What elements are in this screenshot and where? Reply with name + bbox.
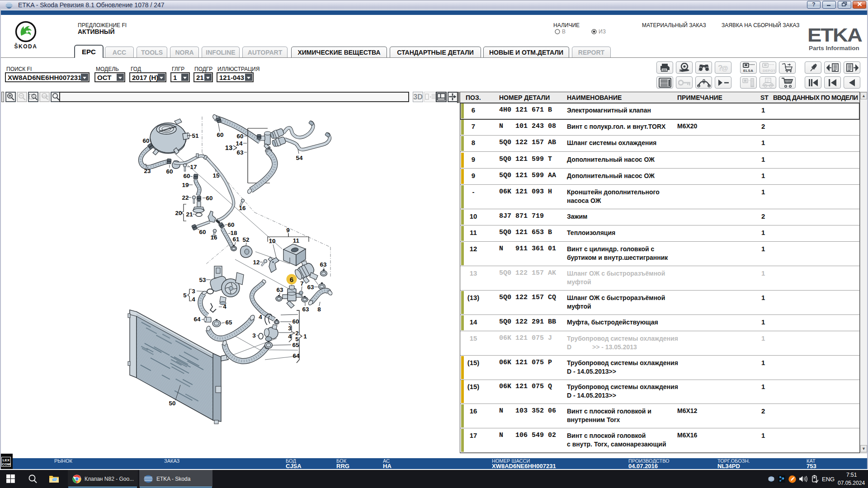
svg-text:21: 21: [186, 211, 193, 218]
svg-text:16: 16: [210, 234, 217, 241]
svg-text:15: 15: [212, 172, 220, 179]
svg-text:60: 60: [292, 318, 299, 325]
svg-text:51: 51: [192, 132, 199, 139]
svg-text:17: 17: [190, 164, 197, 170]
svg-text:12: 12: [253, 259, 259, 266]
svg-text:63: 63: [302, 306, 309, 313]
svg-text:60: 60: [206, 195, 212, 202]
svg-text:3: 3: [192, 288, 195, 295]
svg-text:63: 63: [307, 284, 314, 291]
svg-text:11: 11: [293, 237, 300, 244]
svg-text:8: 8: [317, 306, 321, 313]
svg-text:64: 64: [292, 352, 300, 359]
svg-text:14: 14: [236, 140, 243, 147]
svg-text:53: 53: [199, 277, 206, 283]
svg-text:60: 60: [236, 133, 243, 140]
svg-text:64: 64: [193, 316, 201, 323]
svg-text:6: 6: [290, 276, 293, 283]
svg-text:60: 60: [166, 168, 173, 175]
svg-text:13: 13: [225, 144, 233, 151]
svg-text:4: 4: [288, 333, 292, 340]
svg-text:DEPOT: DEPOT: [763, 69, 775, 73]
svg-text:60: 60: [142, 137, 149, 144]
svg-text:4: 4: [192, 296, 195, 303]
svg-text:19: 19: [182, 182, 189, 188]
svg-text:23: 23: [144, 168, 151, 174]
svg-text:60: 60: [217, 131, 223, 138]
svg-text:4: 4: [223, 303, 226, 310]
svg-text:65: 65: [225, 319, 232, 326]
svg-text:18: 18: [230, 230, 237, 236]
svg-text:10: 10: [269, 238, 275, 244]
svg-text:60: 60: [183, 173, 190, 179]
svg-text:63: 63: [276, 286, 283, 293]
svg-text:60: 60: [227, 221, 234, 228]
svg-text:22: 22: [182, 194, 189, 201]
svg-text:20: 20: [175, 210, 182, 216]
svg-text:1: 1: [303, 333, 307, 340]
svg-text:5: 5: [183, 292, 187, 299]
svg-text:60: 60: [199, 229, 206, 235]
svg-text:50: 50: [169, 400, 175, 407]
svg-text:ELSA: ELSA: [743, 69, 753, 73]
svg-text:7: 7: [300, 280, 304, 287]
svg-text:61: 61: [232, 236, 240, 243]
svg-text:63: 63: [236, 149, 244, 156]
svg-text:3: 3: [252, 332, 256, 339]
svg-text:54: 54: [296, 155, 303, 161]
svg-text:63: 63: [320, 261, 327, 268]
svg-text:@: @: [722, 64, 728, 72]
svg-text:4: 4: [259, 314, 262, 320]
svg-text:16: 16: [239, 205, 246, 211]
svg-text:9: 9: [286, 227, 290, 234]
svg-text:52: 52: [242, 236, 249, 243]
svg-text:65: 65: [292, 342, 299, 348]
